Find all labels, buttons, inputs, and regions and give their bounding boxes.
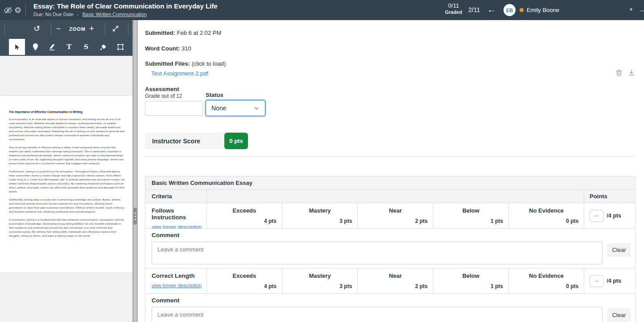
select-cursor-tool[interactable] [9,39,25,55]
rating-cell[interactable]: Near 2 pts [357,268,433,293]
submitted-files-note: (click to load) [192,60,226,67]
essay-title: The Importance of Effective Communicatio… [9,110,125,113]
points-out-of: /4 pts [607,278,621,284]
grade-out-of-label: Grade out of 12 [145,93,182,99]
viewer-toolbar-row-zoom: ↺ − ZOOM + [0,20,132,38]
criteria-header: Criteria [145,190,206,203]
comment-label: Comment [152,232,635,238]
word-count-label: Word Count: [145,45,180,52]
status-label: Status [206,92,223,98]
comment-textarea[interactable] [152,242,603,264]
text-tool[interactable]: T [61,39,77,55]
rotate-icon[interactable]: ↺ [33,24,40,33]
rubric-title: Basic Written Communication Essay [145,176,635,190]
document-viewer-panel: ↺ − ZOOM + [0,20,132,322]
chevron-down-icon [253,105,260,111]
submitted-files-label: Submitted Files: [145,60,190,67]
rubric-header-row: Criteria Points [145,190,635,203]
essay-paragraph: In conclusion, writing is a fundamental … [9,217,125,238]
submitted-label: Submitted: [145,29,175,36]
rubric-criterion-row: Follows Instructions view longer descrip… [145,203,635,229]
file-actions [615,69,636,77]
instructor-score-label: Instructor Score [145,133,224,149]
topbar-divider [25,4,26,17]
assignment-title: Essay: The Role of Clear Communication i… [33,2,218,10]
points-header: Points [584,190,635,203]
previous-student-arrow-icon[interactable]: ← [487,5,496,14]
strikethrough-tool[interactable]: S [78,39,94,55]
shape-rectangle-tool[interactable] [112,39,128,55]
rating-cell[interactable]: Below 1 pts [433,203,508,228]
essay-paragraph: Furthermore, writing is a powerful tool … [9,169,125,193]
submitted-file-link[interactable]: Test Assignment-2.pdf [151,70,208,77]
viewer-toolbar: ↺ − ZOOM + [0,20,132,56]
highlighter-tool[interactable] [44,39,60,55]
grading-panel: Submitted: Feb 6 at 2:02 PM Word Count: … [138,20,644,322]
essay-paragraph: One of the key benefits of effective wri… [9,145,125,165]
rating-cell[interactable]: Near 2 pts [357,203,433,228]
view-longer-description-link[interactable]: view longer description [152,283,202,288]
criterion-cell: Follows Instructions view longer descrip… [145,203,206,228]
speedgrader-window: ⚙ Essay: The Role of Clear Communication… [0,0,644,322]
criterion-points-input[interactable] [590,210,603,222]
criterion-cell: Correct Length view longer description [145,268,206,293]
course-breadcrumb-link[interactable]: Basic Written Communication [83,12,147,17]
rating-cell[interactable]: No Evidence 0 pts [508,268,584,293]
status-selected-value: None [211,105,226,112]
criterion-points-input[interactable] [590,275,603,287]
comment-row: Comment Clear [145,229,635,268]
points-cell: /4 pts [584,268,635,293]
rating-cell[interactable]: Mastery 3 pts [282,203,357,228]
essay-paragraph: Communication is an essential aspect of … [9,117,125,141]
assignment-subtitle: Due: No Due Date - Basic Written Communi… [33,12,147,17]
comment-label: Comment [152,297,635,304]
settings-gear-icon[interactable]: ⚙ [14,5,21,15]
submitted-line: Submitted: Feb 6 at 2:02 PM [145,29,221,36]
status-select[interactable]: None [206,100,265,116]
rating-cell[interactable]: No Evidence 0 pts [508,203,584,228]
grade-input[interactable] [145,101,203,116]
delete-trash-icon[interactable] [615,69,623,77]
submitted-files-line: Submitted Files: (click to load) [145,60,226,67]
graded-label: Graded [443,9,464,15]
viewer-toolbar-row-annotate: T S [0,38,132,56]
section-divider [145,156,636,157]
points-cell: /4 pts [584,203,635,228]
comment-row: Comment Clear [145,294,635,322]
instructor-score-value: 0 pts [224,133,248,149]
word-count-value: 310 [182,45,191,52]
rating-cell[interactable]: Mastery 3 pts [282,268,357,293]
clear-comment-button[interactable]: Clear [607,309,631,322]
student-name: Emily Boone [527,7,559,13]
submission-status-dot [520,8,524,12]
due-date-text: Due: No Due Date [33,12,74,17]
zoom-label: ZOOM [69,26,86,32]
hide-grades-eye-off-icon[interactable] [4,6,12,15]
assessment-title: Assessment [145,86,179,92]
fullscreen-expand-icon[interactable] [111,25,120,33]
student-avatar[interactable]: EB [504,4,516,16]
divider-drag-handle[interactable] [133,208,137,225]
document-preview-page[interactable]: The Importance of Effective Communicatio… [0,96,132,272]
subtitle-dash: - [77,12,79,17]
comment-pin-tool[interactable] [27,39,43,55]
zoom-in-plus-icon[interactable]: + [89,24,94,33]
rating-cell[interactable]: Exceeds 4 pts [206,268,282,293]
clear-comment-button[interactable]: Clear [607,243,631,256]
next-student-arrow-icon[interactable]: → [639,5,644,14]
word-count-line: Word Count: 310 [145,45,191,52]
draw-brush-tool[interactable] [95,39,111,55]
criterion-name: Follows Instructions [152,207,204,221]
rubric-criterion-row: Correct Length view longer description E… [145,268,635,294]
comment-textarea[interactable] [152,307,603,322]
rating-cell[interactable]: Exceeds 4 pts [206,203,282,228]
student-position-count: 2/11 [468,6,480,13]
rubric-table: Basic Written Communication Essay Criter… [145,176,636,322]
panel-resize-divider[interactable] [132,20,138,322]
submitted-value: Feb 6 at 2:02 PM [177,29,222,36]
criterion-name: Correct Length [152,272,204,279]
zoom-out-minus-icon[interactable]: − [56,24,61,34]
download-icon[interactable] [627,69,636,77]
rating-cell[interactable]: Below 1 pts [433,268,508,293]
student-dropdown-caret-icon[interactable]: ▾ [630,6,632,13]
